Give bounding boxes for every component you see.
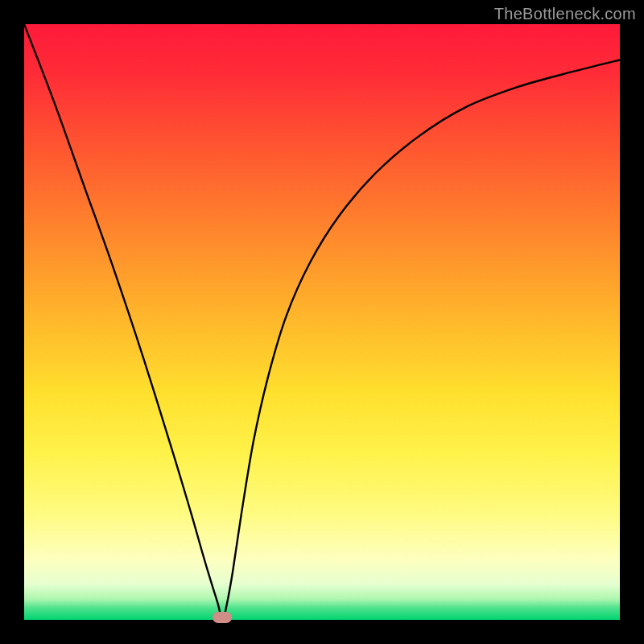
watermark-text: TheBottleneck.com: [494, 5, 636, 23]
plot-area: [24, 24, 620, 620]
bottleneck-curve-path: [24, 24, 620, 620]
chart-frame: TheBottleneck.com: [0, 0, 644, 644]
chart-svg: [24, 24, 620, 620]
optimum-marker: [213, 612, 232, 623]
